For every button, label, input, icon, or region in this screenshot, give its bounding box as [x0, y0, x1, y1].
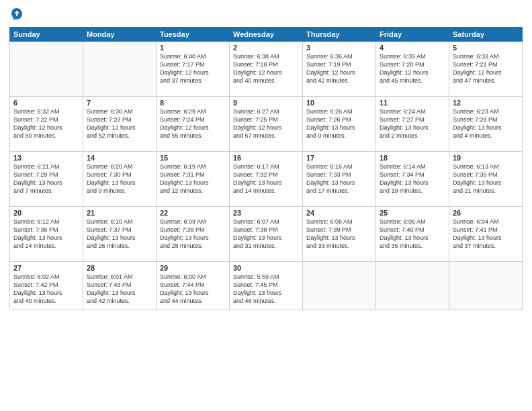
calendar-week-row: 1Sunrise: 6:40 AM Sunset: 7:17 PM Daylig… — [10, 42, 523, 97]
calendar-cell: 28Sunrise: 6:01 AM Sunset: 7:43 PM Dayli… — [83, 262, 157, 310]
day-info: Sunrise: 6:12 AM Sunset: 7:36 PM Dayligh… — [13, 218, 79, 250]
calendar-cell: 30Sunrise: 5:59 AM Sunset: 7:45 PM Dayli… — [230, 262, 303, 310]
logo-icon — [9, 7, 24, 21]
day-number: 19 — [453, 154, 519, 162]
day-number: 8 — [160, 99, 226, 107]
calendar-cell: 7Sunrise: 6:30 AM Sunset: 7:23 PM Daylig… — [83, 97, 157, 152]
calendar-cell: 4Sunrise: 6:35 AM Sunset: 7:20 PM Daylig… — [376, 42, 449, 97]
day-info: Sunrise: 6:40 AM Sunset: 7:17 PM Dayligh… — [160, 52, 226, 85]
day-number: 30 — [233, 264, 299, 272]
day-info: Sunrise: 6:27 AM Sunset: 7:25 PM Dayligh… — [233, 107, 299, 140]
day-info: Sunrise: 5:59 AM Sunset: 7:45 PM Dayligh… — [233, 273, 299, 306]
calendar-cell: 23Sunrise: 6:07 AM Sunset: 7:38 PM Dayli… — [230, 207, 303, 262]
calendar-cell — [303, 262, 376, 310]
calendar-week-row: 27Sunrise: 6:02 AM Sunset: 7:42 PM Dayli… — [10, 262, 523, 310]
calendar-cell — [10, 42, 83, 97]
day-number: 11 — [380, 99, 445, 107]
weekday-header: Friday — [376, 28, 449, 42]
day-info: Sunrise: 6:10 AM Sunset: 7:37 PM Dayligh… — [87, 218, 152, 250]
day-info: Sunrise: 6:32 AM Sunset: 7:22 PM Dayligh… — [13, 107, 79, 140]
calendar-cell: 19Sunrise: 6:13 AM Sunset: 7:35 PM Dayli… — [449, 152, 523, 207]
day-number: 14 — [87, 154, 152, 162]
day-number: 18 — [380, 154, 445, 162]
day-number: 9 — [233, 99, 299, 107]
calendar-cell: 10Sunrise: 6:26 AM Sunset: 7:26 PM Dayli… — [303, 97, 376, 152]
calendar-table: SundayMondayTuesdayWednesdayThursdayFrid… — [9, 27, 523, 310]
day-number: 4 — [380, 44, 445, 52]
day-info: Sunrise: 6:05 AM Sunset: 7:40 PM Dayligh… — [380, 218, 445, 250]
calendar-cell: 24Sunrise: 6:06 AM Sunset: 7:39 PM Dayli… — [303, 207, 376, 262]
day-info: Sunrise: 6:24 AM Sunset: 7:27 PM Dayligh… — [380, 107, 445, 140]
day-number: 17 — [306, 154, 372, 162]
weekday-header: Sunday — [10, 28, 83, 42]
day-number: 12 — [453, 99, 519, 107]
calendar-cell: 21Sunrise: 6:10 AM Sunset: 7:37 PM Dayli… — [83, 207, 157, 262]
day-info: Sunrise: 6:26 AM Sunset: 7:26 PM Dayligh… — [306, 107, 372, 140]
day-info: Sunrise: 6:30 AM Sunset: 7:23 PM Dayligh… — [87, 107, 152, 140]
day-number: 29 — [160, 264, 226, 272]
calendar-cell: 12Sunrise: 6:23 AM Sunset: 7:28 PM Dayli… — [449, 97, 523, 152]
day-info: Sunrise: 6:04 AM Sunset: 7:41 PM Dayligh… — [453, 218, 519, 250]
day-info: Sunrise: 6:01 AM Sunset: 7:43 PM Dayligh… — [87, 273, 152, 306]
calendar-cell: 11Sunrise: 6:24 AM Sunset: 7:27 PM Dayli… — [376, 97, 449, 152]
day-number: 6 — [13, 99, 79, 107]
day-info: Sunrise: 6:35 AM Sunset: 7:20 PM Dayligh… — [380, 52, 445, 85]
day-info: Sunrise: 6:19 AM Sunset: 7:31 PM Dayligh… — [160, 163, 226, 195]
day-info: Sunrise: 6:21 AM Sunset: 7:29 PM Dayligh… — [13, 163, 79, 195]
calendar-cell: 5Sunrise: 6:33 AM Sunset: 7:21 PM Daylig… — [449, 42, 523, 97]
calendar-cell: 16Sunrise: 6:17 AM Sunset: 7:32 PM Dayli… — [230, 152, 303, 207]
day-number: 22 — [160, 209, 226, 217]
day-number: 7 — [87, 99, 152, 107]
calendar-cell — [83, 42, 157, 97]
weekday-header-row: SundayMondayTuesdayWednesdayThursdayFrid… — [10, 28, 523, 42]
calendar-cell: 6Sunrise: 6:32 AM Sunset: 7:22 PM Daylig… — [10, 97, 83, 152]
day-number: 1 — [160, 44, 226, 52]
day-info: Sunrise: 6:06 AM Sunset: 7:39 PM Dayligh… — [306, 218, 372, 250]
day-number: 16 — [233, 154, 299, 162]
day-number: 27 — [13, 264, 79, 272]
day-info: Sunrise: 6:13 AM Sunset: 7:35 PM Dayligh… — [453, 163, 519, 195]
calendar-cell: 29Sunrise: 6:00 AM Sunset: 7:44 PM Dayli… — [157, 262, 230, 310]
calendar-cell: 14Sunrise: 6:20 AM Sunset: 7:30 PM Dayli… — [83, 152, 157, 207]
calendar-cell: 9Sunrise: 6:27 AM Sunset: 7:25 PM Daylig… — [230, 97, 303, 152]
day-info: Sunrise: 6:02 AM Sunset: 7:42 PM Dayligh… — [13, 273, 79, 306]
weekday-header: Wednesday — [230, 28, 303, 42]
calendar-cell: 15Sunrise: 6:19 AM Sunset: 7:31 PM Dayli… — [157, 152, 230, 207]
header — [9, 7, 523, 21]
day-number: 13 — [13, 154, 79, 162]
day-number: 2 — [233, 44, 299, 52]
calendar-cell: 25Sunrise: 6:05 AM Sunset: 7:40 PM Dayli… — [376, 207, 449, 262]
day-info: Sunrise: 6:16 AM Sunset: 7:33 PM Dayligh… — [306, 163, 372, 195]
calendar-cell: 2Sunrise: 6:38 AM Sunset: 7:18 PM Daylig… — [230, 42, 303, 97]
day-info: Sunrise: 6:17 AM Sunset: 7:32 PM Dayligh… — [233, 163, 299, 195]
day-number: 26 — [453, 209, 519, 217]
day-number: 25 — [380, 209, 445, 217]
day-info: Sunrise: 6:07 AM Sunset: 7:38 PM Dayligh… — [233, 218, 299, 250]
day-number: 10 — [306, 99, 372, 107]
day-info: Sunrise: 6:38 AM Sunset: 7:18 PM Dayligh… — [233, 52, 299, 85]
calendar-week-row: 13Sunrise: 6:21 AM Sunset: 7:29 PM Dayli… — [10, 152, 523, 207]
calendar-cell: 17Sunrise: 6:16 AM Sunset: 7:33 PM Dayli… — [303, 152, 376, 207]
calendar-cell — [376, 262, 449, 310]
weekday-header: Monday — [83, 28, 157, 42]
day-number: 21 — [87, 209, 152, 217]
day-info: Sunrise: 6:20 AM Sunset: 7:30 PM Dayligh… — [87, 163, 152, 195]
day-info: Sunrise: 6:36 AM Sunset: 7:19 PM Dayligh… — [306, 52, 372, 85]
calendar-cell: 20Sunrise: 6:12 AM Sunset: 7:36 PM Dayli… — [10, 207, 83, 262]
day-number: 5 — [453, 44, 519, 52]
weekday-header: Saturday — [449, 28, 523, 42]
day-info: Sunrise: 6:23 AM Sunset: 7:28 PM Dayligh… — [453, 107, 519, 140]
day-info: Sunrise: 6:29 AM Sunset: 7:24 PM Dayligh… — [160, 107, 226, 140]
calendar-cell — [449, 262, 523, 310]
logo — [9, 7, 27, 21]
day-info: Sunrise: 6:14 AM Sunset: 7:34 PM Dayligh… — [380, 163, 445, 195]
day-info: Sunrise: 6:33 AM Sunset: 7:21 PM Dayligh… — [453, 52, 519, 85]
calendar-cell: 18Sunrise: 6:14 AM Sunset: 7:34 PM Dayli… — [376, 152, 449, 207]
day-number: 23 — [233, 209, 299, 217]
calendar-cell: 22Sunrise: 6:09 AM Sunset: 7:38 PM Dayli… — [157, 207, 230, 262]
weekday-header: Thursday — [303, 28, 376, 42]
day-number: 28 — [87, 264, 152, 272]
day-number: 24 — [306, 209, 372, 217]
calendar-cell: 13Sunrise: 6:21 AM Sunset: 7:29 PM Dayli… — [10, 152, 83, 207]
calendar-week-row: 20Sunrise: 6:12 AM Sunset: 7:36 PM Dayli… — [10, 207, 523, 262]
